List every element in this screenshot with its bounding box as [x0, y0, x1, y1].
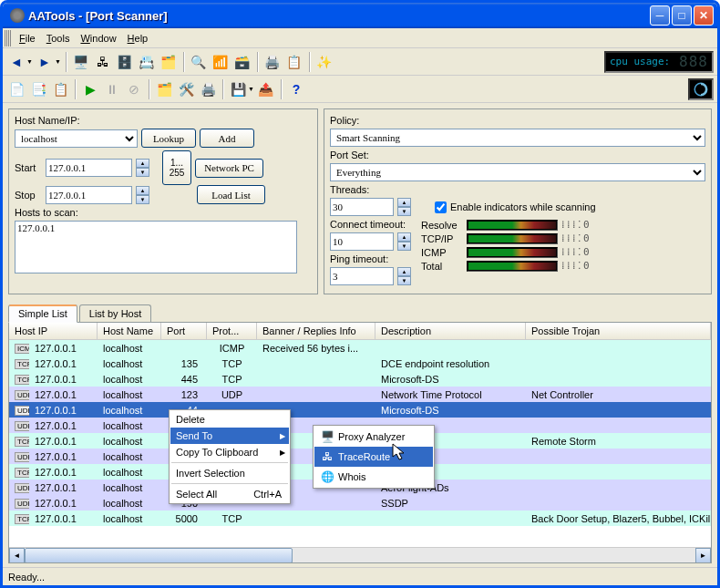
stop-button[interactable]: ⊘ [124, 79, 144, 99]
printer-icon[interactable]: 🖨️ [198, 79, 218, 99]
settings-icon[interactable]: 🗂️ [154, 79, 174, 99]
tool-icon-6[interactable]: 🔍 [189, 52, 209, 72]
help-button[interactable]: ? [286, 79, 306, 99]
networkpc-button[interactable]: Network PC [195, 159, 263, 178]
lookup-button[interactable]: Lookup [141, 129, 196, 148]
add-button[interactable]: Add [200, 129, 254, 148]
total-indicator [467, 261, 558, 272]
submenu-traceroute[interactable]: 🖧TraceRoute [314, 447, 433, 467]
titlebar[interactable]: AATools - [Port Scanner] ─ □ ✕ [3, 3, 717, 28]
back-button[interactable]: ◄ [6, 52, 26, 72]
menu-file[interactable]: File [14, 31, 41, 46]
menu-tools[interactable]: Tools [41, 31, 76, 46]
tcpip-indicator [467, 233, 558, 244]
tool-icon-3[interactable]: 🗄️ [115, 52, 135, 72]
tool-icon-4[interactable]: 📇 [137, 52, 157, 72]
statusbar: Ready... [3, 567, 717, 585]
stop-spinner[interactable]: ▲▼ [136, 186, 149, 204]
host-config-panel: Host Name/IP: localhost Lookup Add Start… [8, 108, 318, 294]
results-table: Host IP Host Name Port Prot... Banner / … [8, 322, 712, 563]
tab-simple-list[interactable]: Simple List [8, 304, 77, 323]
ctx-copy-clipboard[interactable]: Copy To Clipboard▶ [170, 444, 289, 460]
scroll-left-button[interactable]: ◄ [9, 548, 25, 563]
table-row[interactable]: TCP127.0.0.1localhost445TCPMicrosoft-DS [9, 371, 711, 387]
save-icon[interactable]: 💾 [228, 79, 248, 99]
table-row[interactable]: UDP127.0.0.1localhost123UDPNetwork Time … [9, 387, 711, 402]
traceroute-icon: 🖧 [320, 449, 334, 464]
policy-label: Policy: [330, 115, 359, 126]
maximize-button[interactable]: □ [672, 5, 692, 26]
copy-button[interactable]: 📑 [28, 79, 48, 99]
proxy-icon: 🖥️ [320, 429, 334, 444]
stop-ip-input[interactable] [46, 186, 132, 204]
start-label: Start [15, 162, 42, 173]
paste-button[interactable]: 📋 [50, 79, 70, 99]
ctx-select-all[interactable]: Select AllCtrl+A [170, 486, 289, 502]
ping-spinner[interactable]: ▲▼ [397, 267, 411, 285]
start-ip-input[interactable] [46, 159, 132, 177]
menu-window[interactable]: Window [75, 31, 121, 46]
threads-spinner[interactable]: ▲▼ [397, 198, 411, 216]
export-icon[interactable]: 📤 [256, 79, 276, 99]
tools-icon[interactable]: 🛠️ [176, 79, 196, 99]
tool-icon-2[interactable]: 🖧 [93, 52, 113, 72]
threads-input[interactable] [330, 198, 394, 216]
scroll-thumb[interactable] [25, 548, 293, 563]
col-port[interactable]: Port [161, 323, 207, 339]
connect-input[interactable] [330, 232, 394, 251]
tool-icon-10[interactable]: 📋 [284, 52, 304, 72]
table-row[interactable]: TCP127.0.0.1localhost5000TCPBack Door Se… [9, 511, 711, 526]
portset-select[interactable]: Everything [330, 163, 705, 181]
menu-help[interactable]: Help [122, 31, 154, 46]
resolve-label: Resolve [421, 220, 467, 231]
tool-icon-11[interactable]: ✨ [314, 52, 334, 72]
hostname-input[interactable]: localhost [15, 129, 138, 148]
tab-list-by-host[interactable]: List by Host [79, 304, 151, 323]
submenu-proxy[interactable]: 🖥️Proxy Analyzer [314, 427, 433, 447]
table-row[interactable]: UDP127.0.0.1localhost44Microsoft-DS [9, 402, 711, 418]
connect-label: Connect timeout: [330, 219, 412, 230]
col-prot[interactable]: Prot... [207, 323, 257, 339]
horizontal-scrollbar[interactable]: ◄ ► [9, 547, 711, 562]
ctx-send-to[interactable]: Send To▶ [170, 428, 289, 444]
col-trojan[interactable]: Possible Trojan [526, 323, 711, 339]
table-header: Host IP Host Name Port Prot... Banner / … [9, 323, 711, 340]
tool-icon-8[interactable]: 🗃️ [232, 52, 252, 72]
enable-indicators-checkbox[interactable] [435, 201, 447, 213]
tool-icon-9[interactable]: 🖨️ [262, 52, 283, 72]
ping-input[interactable] [330, 267, 394, 285]
pause-button[interactable]: ⏸ [102, 79, 122, 99]
menubar-grip[interactable] [5, 30, 12, 46]
range-button[interactable]: 1...255 [162, 150, 191, 185]
table-row[interactable]: TCP127.0.0.1localhost135TCPDCE endpoint … [9, 356, 711, 371]
table-row[interactable]: UDP127.0.0.1localhost190SSDP [9, 495, 711, 511]
col-hostip[interactable]: Host IP [9, 323, 98, 339]
close-button[interactable]: ✕ [694, 5, 714, 26]
new-button[interactable]: 📄 [6, 79, 26, 99]
submenu-whois[interactable]: 🌐Whois [314, 467, 433, 487]
window-title: AATools - [Port Scanner] [28, 9, 648, 23]
sendto-submenu[interactable]: 🖥️Proxy Analyzer 🖧TraceRoute 🌐Whois [313, 425, 435, 489]
start-spinner[interactable]: ▲▼ [136, 159, 149, 177]
enable-indicators-label: Enable indicators while scanning [450, 201, 596, 212]
loadlist-button[interactable]: Load List [197, 185, 265, 204]
col-hostname[interactable]: Host Name [98, 323, 161, 339]
table-row[interactable]: ICMP127.0.0.1localhostICMPReceived 56 by… [9, 340, 711, 356]
ctx-delete[interactable]: Delete [170, 411, 289, 428]
scroll-right-button[interactable]: ► [695, 548, 711, 563]
col-desc[interactable]: Description [375, 323, 526, 339]
stop-label: Stop [15, 190, 42, 201]
tool-icon-1[interactable]: 🖥️ [71, 52, 91, 72]
tool-icon-7[interactable]: 📶 [211, 52, 231, 72]
icmp-label: ICMP [421, 247, 467, 258]
hosts-textarea[interactable] [15, 221, 297, 273]
minimize-button[interactable]: ─ [650, 5, 670, 26]
ctx-invert-selection[interactable]: Invert Selection [170, 465, 289, 481]
policy-select[interactable]: Smart Scanning [330, 129, 705, 147]
tool-icon-5[interactable]: 🗂️ [159, 52, 179, 72]
play-button[interactable]: ▶ [80, 79, 100, 99]
col-banner[interactable]: Banner / Replies Info [257, 323, 375, 339]
connect-spinner[interactable]: ▲▼ [397, 232, 411, 251]
context-menu[interactable]: Delete Send To▶ Copy To Clipboard▶ Inver… [169, 409, 291, 504]
forward-button[interactable]: ► [35, 52, 55, 72]
